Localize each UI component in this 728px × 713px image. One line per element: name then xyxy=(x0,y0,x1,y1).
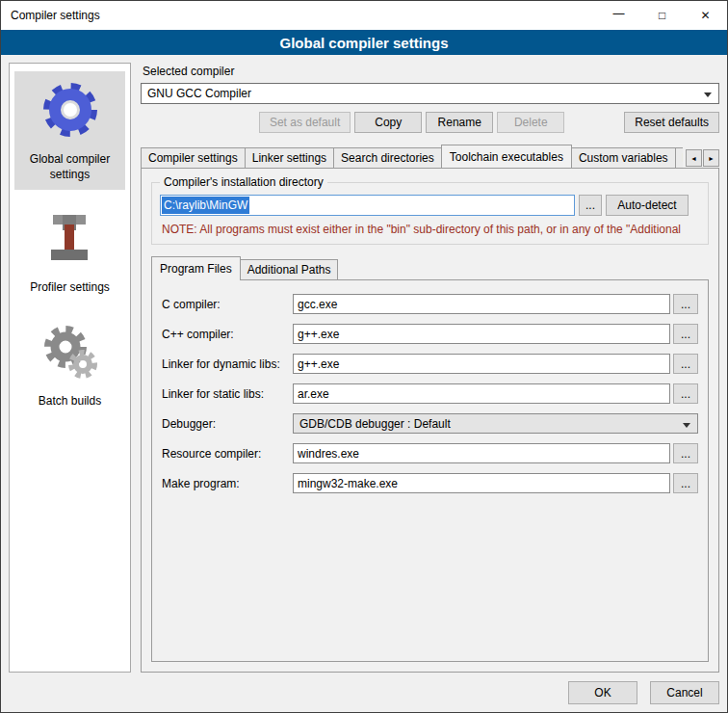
tab-scroll-buttons: ◄ ► xyxy=(686,149,719,167)
copy-button[interactable]: Copy xyxy=(354,112,422,133)
ok-button[interactable]: OK xyxy=(568,681,637,704)
compiler-select[interactable]: GNU GCC Compiler xyxy=(141,83,719,104)
installation-directory-groupbox: Compiler's installation directory C:\ray… xyxy=(151,182,709,245)
tab-additional-paths[interactable]: Additional Paths xyxy=(240,259,339,279)
resource-compiler-label: Resource compiler: xyxy=(160,447,293,461)
toolchain-executables-panel: Compiler's installation directory C:\ray… xyxy=(141,168,719,673)
c-compiler-browse-button[interactable]: ... xyxy=(673,294,698,314)
tab-scroll-right-icon[interactable]: ► xyxy=(703,149,719,167)
tab-build-options[interactable]: Build options xyxy=(675,147,683,168)
program-files-panel: C compiler: ... C++ compiler: ... Linker… xyxy=(151,279,709,662)
debugger-row: Debugger: GDB/CDB debugger : Default xyxy=(160,413,698,434)
blue-gear-icon xyxy=(39,79,101,141)
titlebar: Compiler settings — □ ✕ xyxy=(1,1,727,30)
maximize-button[interactable]: □ xyxy=(640,1,684,30)
program-files-tabstrip: Program Files Additional Paths xyxy=(151,256,709,279)
cancel-button[interactable]: Cancel xyxy=(650,681,719,704)
make-program-row: Make program: ... xyxy=(160,473,698,493)
resource-compiler-browse-button[interactable]: ... xyxy=(673,443,698,463)
selected-compiler-label: Selected compiler xyxy=(143,65,719,78)
tab-search-directories[interactable]: Search directories xyxy=(333,147,442,168)
sidebar-item-label: Global compiler settings xyxy=(16,152,123,182)
dialog-footer: OK Cancel xyxy=(9,673,719,704)
c-compiler-label: C compiler: xyxy=(160,298,293,311)
gray-gears-icon xyxy=(39,321,101,383)
sidebar-item-profiler-settings[interactable]: Profiler settings xyxy=(14,199,125,304)
settings-sidebar: Global compiler settings Profiler settin… xyxy=(9,63,131,673)
tab-toolchain-executables[interactable]: Toolchain executables xyxy=(441,145,572,168)
dialog-content: Global compiler settings Profiler settin… xyxy=(1,55,727,712)
installation-directory-legend: Compiler's installation directory xyxy=(160,175,327,189)
tab-custom-variables[interactable]: Custom variables xyxy=(571,147,676,168)
sidebar-item-label: Batch builds xyxy=(39,394,101,409)
compiler-buttons: Set as default Copy Rename Delete Reset … xyxy=(141,112,719,133)
resource-compiler-row: Resource compiler: ... xyxy=(160,443,698,463)
make-program-label: Make program: xyxy=(160,477,293,490)
c-compiler-row: C compiler: ... xyxy=(160,294,698,314)
sidebar-item-label: Profiler settings xyxy=(30,280,110,296)
static-linker-row: Linker for static libs: ... xyxy=(160,383,698,404)
compiler-select-value: GNU GCC Compiler xyxy=(147,87,251,100)
dynamic-linker-input[interactable] xyxy=(293,354,670,374)
chevron-down-icon xyxy=(683,423,690,428)
profiler-tool-icon xyxy=(39,207,101,269)
tab-scroll-left-icon[interactable]: ◄ xyxy=(686,149,702,167)
close-button[interactable]: ✕ xyxy=(684,1,727,30)
installation-directory-note: NOTE: All programs must exist either in … xyxy=(162,223,700,236)
compiler-settings-dialog: Compiler settings — □ ✕ Global compiler … xyxy=(0,0,728,713)
settings-tabstrip: Compiler settings Linker settings Search… xyxy=(141,145,719,168)
chevron-down-icon xyxy=(704,92,712,97)
delete-button[interactable]: Delete xyxy=(497,112,564,133)
installation-directory-input[interactable]: C:\raylib\MinGW xyxy=(160,195,575,216)
tabs-scroll-area: Compiler settings Linker settings Search… xyxy=(141,145,683,168)
main-area: Selected compiler GNU GCC Compiler Set a… xyxy=(141,63,719,673)
c-compiler-input[interactable] xyxy=(293,294,670,314)
page-title: Global compiler settings xyxy=(1,30,727,55)
installation-directory-value: C:\raylib\MinGW xyxy=(162,197,249,214)
static-linker-input[interactable] xyxy=(293,383,670,404)
minimize-button[interactable]: — xyxy=(597,1,640,30)
cpp-compiler-row: C++ compiler: ... xyxy=(160,324,698,344)
dynamic-linker-browse-button[interactable]: ... xyxy=(673,354,698,374)
static-linker-browse-button[interactable]: ... xyxy=(673,383,698,404)
rename-button[interactable]: Rename xyxy=(426,112,493,133)
dynamic-linker-row: Linker for dynamic libs: ... xyxy=(160,354,698,374)
tab-program-files[interactable]: Program Files xyxy=(151,256,241,280)
dynamic-linker-label: Linker for dynamic libs: xyxy=(160,357,293,371)
sidebar-item-batch-builds[interactable]: Batch builds xyxy=(14,313,125,417)
debugger-label: Debugger: xyxy=(160,417,293,431)
tab-compiler-settings[interactable]: Compiler settings xyxy=(141,147,246,168)
installation-directory-browse-button[interactable]: ... xyxy=(579,195,602,216)
make-program-browse-button[interactable]: ... xyxy=(673,473,698,493)
window-title: Compiler settings xyxy=(1,1,597,30)
cpp-compiler-input[interactable] xyxy=(293,324,670,344)
reset-defaults-button[interactable]: Reset defaults xyxy=(624,112,719,133)
auto-detect-button[interactable]: Auto-detect xyxy=(606,195,689,216)
make-program-input[interactable] xyxy=(293,473,670,493)
cpp-compiler-label: C++ compiler: xyxy=(160,328,293,341)
static-linker-label: Linker for static libs: xyxy=(160,387,293,401)
set-as-default-button[interactable]: Set as default xyxy=(259,112,351,133)
debugger-select[interactable]: GDB/CDB debugger : Default xyxy=(293,413,698,434)
sidebar-item-global-compiler-settings[interactable]: Global compiler settings xyxy=(14,71,125,190)
cpp-compiler-browse-button[interactable]: ... xyxy=(673,324,698,344)
tab-linker-settings[interactable]: Linker settings xyxy=(245,147,334,168)
resource-compiler-input[interactable] xyxy=(293,443,670,463)
debugger-select-value: GDB/CDB debugger : Default xyxy=(299,417,451,431)
